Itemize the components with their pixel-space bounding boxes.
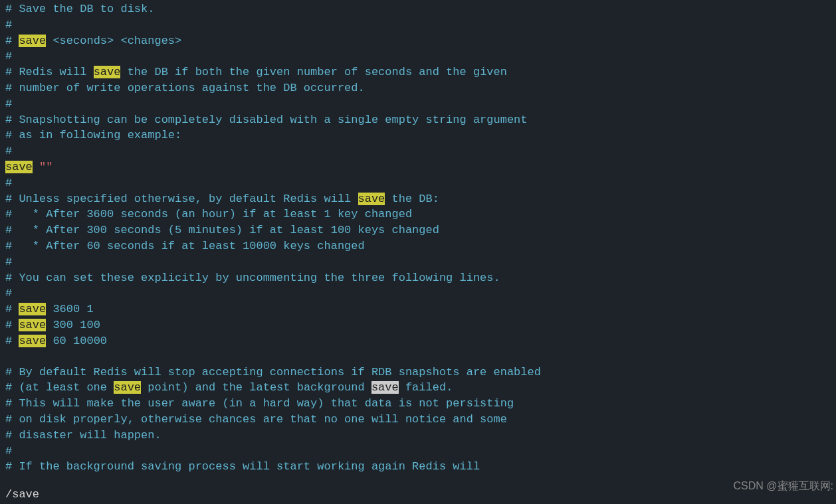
search-match: save [371, 381, 399, 394]
text-segment: # [5, 445, 12, 458]
text-segment: <seconds> <changes> [46, 35, 181, 47]
search-match: save [19, 319, 46, 331]
text-segment: # [5, 98, 12, 110]
search-match: save [5, 161, 33, 173]
text-segment: # [5, 35, 19, 47]
text-segment: 300 100 [46, 319, 100, 331]
text-segment: # If the background saving process will … [5, 460, 480, 473]
text-segment: the DB: [385, 193, 439, 205]
vim-status-line[interactable]: /save [0, 485, 836, 504]
editor-line[interactable]: # Save the DB to disk. [5, 1, 831, 17]
editor-line[interactable]: # [5, 17, 831, 33]
text-segment: # [5, 335, 19, 347]
editor-line[interactable]: # [5, 444, 831, 460]
editor-content[interactable]: # Save the DB to disk.## save <seconds> … [0, 0, 836, 476]
search-match: save [358, 193, 385, 205]
text-segment: 3600 1 [46, 303, 93, 315]
editor-line[interactable]: # [5, 175, 831, 191]
editor-line[interactable] [5, 349, 831, 365]
text-segment: # [5, 256, 12, 268]
search-match: save [94, 66, 121, 78]
text-segment: the DB if both the given number of secon… [120, 66, 507, 78]
text-segment: # [5, 287, 12, 299]
search-command: /save [5, 488, 39, 501]
editor-line[interactable]: # save 60 10000 [5, 333, 831, 349]
editor-line[interactable]: save "" [5, 159, 831, 175]
editor-line[interactable]: # number of write operations against the… [5, 80, 831, 96]
text-segment: # Snapshotting can be completely disable… [5, 114, 528, 126]
text-segment: # [5, 145, 12, 157]
text-segment: # You can set these explicitly by uncomm… [5, 272, 500, 284]
editor-line[interactable]: # * After 3600 seconds (an hour) if at l… [5, 207, 831, 222]
search-match: save [114, 381, 141, 394]
text-segment: # * After 3600 seconds (an hour) if at l… [5, 208, 412, 220]
text-segment: # By default Redis will stop accepting c… [5, 366, 541, 378]
editor-line[interactable]: # (at least one save point) and the late… [5, 380, 831, 396]
editor-line[interactable]: # Redis will save the DB if both the giv… [5, 64, 831, 80]
watermark: CSDN @蜜獾互联网: [734, 479, 833, 493]
editor-line[interactable]: # By default Redis will stop accepting c… [5, 365, 831, 380]
text-segment: # [5, 50, 12, 62]
text-segment: # Redis will [5, 66, 94, 78]
search-match: save [19, 335, 46, 347]
text-segment: # Unless specified otherwise, by default… [5, 193, 358, 205]
text-segment: "" [39, 161, 52, 173]
editor-line[interactable]: # If the background saving process will … [5, 459, 831, 475]
text-segment: failed. [399, 381, 453, 394]
text-segment [33, 161, 39, 173]
editor-line[interactable]: # save <seconds> <changes> [5, 33, 831, 49]
text-segment: # * After 60 seconds if at least 10000 k… [5, 240, 365, 252]
editor-line[interactable]: # * After 300 seconds (5 minutes) if at … [5, 222, 831, 238]
text-segment: # on disk properly, otherwise chances ar… [5, 413, 507, 426]
text-segment: # (at least one [5, 381, 114, 394]
editor-line[interactable]: # [5, 96, 831, 112]
text-segment: # [5, 319, 19, 331]
editor-line[interactable]: # [5, 48, 831, 64]
editor-line[interactable]: # [5, 143, 831, 159]
editor-line[interactable]: # disaster will happen. [5, 428, 831, 444]
editor-line[interactable]: # * After 60 seconds if at least 10000 k… [5, 238, 831, 254]
editor-line[interactable]: # Snapshotting can be completely disable… [5, 112, 831, 128]
text-segment: # disaster will happen. [5, 429, 161, 442]
text-segment: # [5, 177, 12, 189]
editor-line[interactable]: # You can set these explicitly by uncomm… [5, 270, 831, 286]
text-segment: # as in following example: [5, 129, 181, 141]
editor-line[interactable]: # as in following example: [5, 127, 831, 143]
editor-line[interactable]: # on disk properly, otherwise chances ar… [5, 412, 831, 428]
text-segment: # Save the DB to disk. [5, 3, 154, 15]
text-segment: # number of write operations against the… [5, 82, 365, 94]
text-segment: 60 10000 [46, 335, 107, 347]
editor-line[interactable]: # Unless specified otherwise, by default… [5, 191, 831, 207]
text-segment: # * After 300 seconds (5 minutes) if at … [5, 224, 439, 236]
text-segment: # [5, 19, 12, 31]
search-match: save [19, 35, 46, 47]
editor-line[interactable]: # This will make the user aware (in a ha… [5, 396, 831, 412]
editor-line[interactable]: # save 3600 1 [5, 301, 831, 317]
editor-line[interactable]: # [5, 254, 831, 270]
editor-line[interactable]: # save 300 100 [5, 317, 831, 333]
editor-line[interactable]: # [5, 286, 831, 301]
text-segment: # [5, 303, 19, 315]
text-segment: point) and the latest background [141, 381, 371, 394]
search-match: save [19, 303, 46, 315]
text-segment: # This will make the user aware (in a ha… [5, 397, 514, 410]
